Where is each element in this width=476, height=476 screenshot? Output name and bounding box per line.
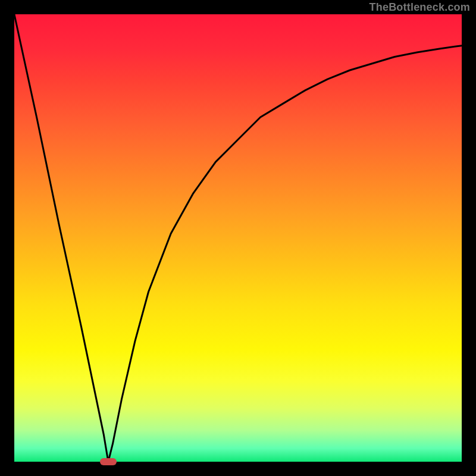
optimal-point-marker bbox=[100, 458, 117, 465]
chart-container: TheBottleneck.com bbox=[0, 0, 476, 476]
plot-area bbox=[14, 14, 462, 462]
bottleneck-curve bbox=[14, 14, 462, 462]
watermark-text: TheBottleneck.com bbox=[369, 1, 470, 14]
curve-path bbox=[14, 14, 462, 462]
